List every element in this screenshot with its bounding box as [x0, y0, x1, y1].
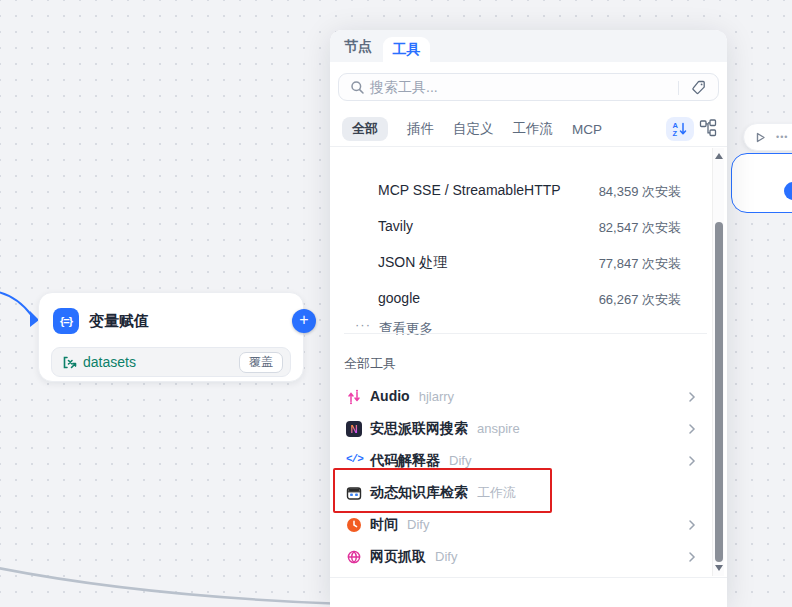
web-scrape-icon	[346, 549, 362, 565]
code-icon: </>	[346, 453, 362, 469]
filter-custom[interactable]: 自定义	[453, 120, 494, 138]
marketplace-item[interactable]: Tavily 82,547 次安装	[330, 209, 710, 245]
tool-name: 网页抓取Dify	[370, 548, 457, 566]
tree-view-icon[interactable]	[699, 119, 717, 137]
tool-vendor: Dify	[407, 517, 429, 532]
view-more-button[interactable]: ··· 查看更多	[330, 315, 710, 343]
scroll-up-arrow-icon[interactable]	[715, 153, 723, 159]
tag-filter-icon[interactable]	[690, 79, 707, 96]
tool-name: 时间Dify	[370, 516, 429, 534]
marketplace-item-installs: 84,359 次安装	[599, 183, 681, 201]
marketplace-item-installs: 82,547 次安装	[599, 219, 681, 237]
variable-row[interactable]: datasets 覆盖	[51, 347, 291, 377]
panel-tab-bar: 节点 工具	[330, 30, 727, 62]
marketplace-item[interactable]: MCP SSE / StreamableHTTP 84,359 次安装	[330, 173, 710, 209]
tool-vendor: anspire	[477, 421, 520, 436]
tool-item-code-interpreter[interactable]: </> 代码解释器Dify	[330, 445, 710, 477]
tool-vendor: Dify	[435, 549, 457, 564]
tab-nodes[interactable]: 节点	[344, 30, 372, 62]
variable-assigner-icon: {=}	[53, 308, 79, 334]
tool-vendor: Dify	[449, 453, 471, 468]
ellipsis-icon: ···	[355, 317, 371, 332]
view-more-label: 查看更多	[379, 320, 433, 338]
search-divider	[678, 81, 679, 95]
tool-item-dynamic-knowledge-retrieval[interactable]: 动态知识库检索工作流	[330, 477, 710, 509]
chevron-right-icon	[688, 455, 696, 467]
variable-assigner-node[interactable]: {=} 变量赋值 + datasets 覆盖	[38, 292, 304, 382]
robot-icon	[346, 485, 362, 501]
scrollbar[interactable]	[712, 148, 724, 576]
scroll-down-arrow-icon[interactable]	[715, 565, 723, 571]
tool-item-web-scraper[interactable]: 网页抓取Dify	[330, 541, 710, 573]
search-icon	[350, 80, 365, 95]
node-toolbar[interactable]: •••	[743, 123, 792, 151]
tool-name: 动态知识库检索工作流	[370, 484, 516, 502]
marketplace-item-installs: 77,847 次安装	[599, 255, 681, 273]
marketplace-item-name: google	[378, 290, 420, 306]
overwrite-badge: 覆盖	[239, 352, 283, 373]
anspire-icon: N	[346, 421, 362, 437]
assigned-variable-icon	[61, 354, 78, 371]
audio-icon	[346, 389, 362, 405]
search-input[interactable]: 搜索工具...	[338, 73, 719, 101]
marketplace-item-name: MCP SSE / StreamableHTTP	[378, 182, 561, 198]
add-next-node-button[interactable]: +	[292, 309, 316, 333]
marketplace-item-name: Tavily	[378, 218, 413, 234]
filter-mcp[interactable]: MCP	[572, 122, 602, 137]
svg-text:Z: Z	[673, 129, 678, 137]
sort-button[interactable]: A Z	[666, 117, 694, 141]
marketplace-item-installs: 66,267 次安装	[599, 291, 681, 309]
tool-name: 安思派联网搜索anspire	[370, 420, 520, 438]
tool-item-time[interactable]: 时间Dify	[330, 509, 710, 541]
tool-vendor: hjlarry	[419, 389, 454, 404]
header-divider	[330, 146, 727, 147]
run-icon[interactable]	[754, 131, 767, 144]
filter-tabs: 全部 插件 自定义 工作流 MCP	[342, 116, 602, 142]
tab-tools[interactable]: 工具	[383, 37, 430, 62]
marketplace-item-name: JSON 处理	[378, 254, 447, 272]
tool-vendor: 工作流	[477, 485, 516, 500]
chevron-right-icon	[688, 551, 696, 563]
more-actions-icon[interactable]: •••	[776, 132, 788, 142]
clock-icon	[346, 517, 362, 533]
chevron-right-icon	[688, 391, 696, 403]
selected-node-partial[interactable]	[731, 153, 792, 213]
scrollbar-thumb[interactable]	[715, 222, 723, 562]
chevron-right-icon	[688, 423, 696, 435]
search-placeholder: 搜索工具...	[370, 79, 438, 97]
all-tools-section-title: 全部工具	[344, 355, 396, 373]
variable-name: datasets	[83, 354, 136, 370]
node-title: 变量赋值	[89, 312, 149, 331]
tool-name: Audiohjlarry	[370, 388, 454, 404]
filter-workflow[interactable]: 工作流	[513, 120, 554, 138]
marketplace-item[interactable]: google 66,267 次安装	[330, 281, 710, 317]
workflow-canvas[interactable]: {=} 变量赋值 + datasets 覆盖 •••	[0, 0, 792, 607]
filter-all[interactable]: 全部	[342, 117, 388, 141]
tool-item-audio[interactable]: Audiohjlarry	[330, 381, 710, 413]
tool-item-anspire-search[interactable]: N 安思派联网搜索anspire	[330, 413, 710, 445]
chevron-right-icon	[688, 519, 696, 531]
marketplace-item[interactable]: JSON 处理 77,847 次安装	[330, 245, 710, 281]
tool-name: 代码解释器Dify	[370, 452, 471, 470]
filter-plugin[interactable]: 插件	[407, 120, 434, 138]
tools-panel: 节点 工具 搜索工具... 全部 插件 自定义 工作流 MCP	[330, 30, 727, 607]
section-divider	[344, 333, 707, 334]
footer-divider	[330, 577, 727, 578]
